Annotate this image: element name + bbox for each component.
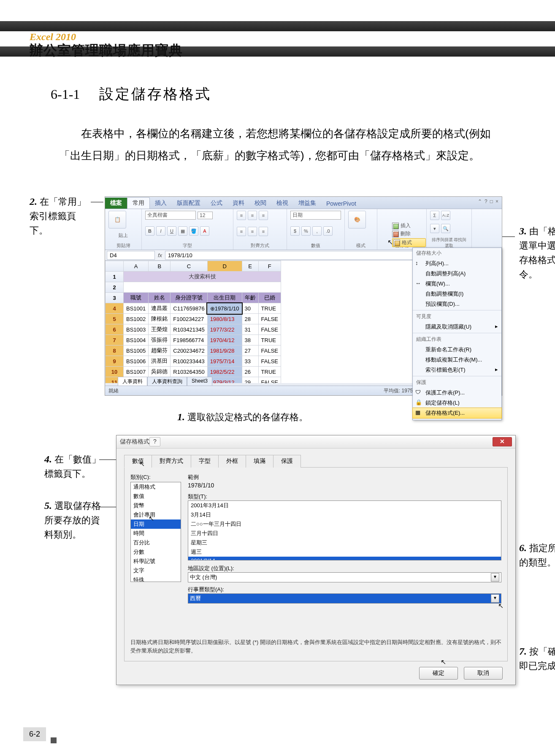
fill-icon[interactable]: ▾ <box>430 224 439 233</box>
list-item[interactable]: 分數 <box>131 547 181 557</box>
italic-button[interactable]: I <box>156 226 165 236</box>
chevron-down-icon[interactable]: ▼ <box>491 594 499 603</box>
font-color-button[interactable]: A <box>200 226 209 236</box>
list-item[interactable]: 二○○一年三月十四日 <box>188 519 501 529</box>
sheet-tab-2[interactable]: 人事資料查詢 <box>147 377 187 386</box>
dialog-help-icon[interactable]: ? <box>149 437 160 446</box>
border-button[interactable]: ▦ <box>178 226 187 236</box>
tab-insert[interactable]: 插入 <box>150 198 172 209</box>
tab-border[interactable]: 外框 <box>218 455 246 468</box>
list-item-selected-type[interactable]: 2001/3/14 <box>188 557 501 560</box>
menu-rename-sheet[interactable]: 重新命名工作表(R) <box>413 345 501 355</box>
sort-button[interactable]: A↓Z <box>441 211 450 220</box>
insert-button[interactable]: 插入 <box>392 222 426 229</box>
tab-fill[interactable]: 填滿 <box>246 455 273 468</box>
menu-tab-color[interactable]: 索引標籤色彩(T)▸ <box>413 365 501 375</box>
font-size-combo[interactable]: 12 <box>198 212 213 219</box>
list-item[interactable]: 週三 <box>188 547 501 557</box>
menu-cell-format[interactable]: ▦儲存格格式(E)... <box>412 408 502 419</box>
menu-autofit-col[interactable]: 自動調整欄寬(I) <box>413 289 501 299</box>
sum-icon[interactable]: Σ <box>430 211 439 220</box>
cancel-button[interactable]: 取消 <box>464 667 503 680</box>
sheet-tab-1[interactable]: 人事資料 <box>118 377 147 386</box>
dialog-titlebar[interactable]: 儲存格格式 ? ✕ <box>116 435 515 449</box>
col-A[interactable]: A <box>124 261 149 272</box>
underline-button[interactable]: U <box>167 226 176 236</box>
tab-data[interactable]: 資料 <box>227 198 249 209</box>
list-item[interactable]: 時間 <box>131 529 181 538</box>
delete-button[interactable]: 刪除 <box>392 230 426 237</box>
dialog-close-icon[interactable]: ✕ <box>493 437 512 446</box>
styles-button[interactable]: 🎨 <box>348 211 366 228</box>
align-br-icon[interactable]: ≡ <box>259 227 268 236</box>
list-item[interactable]: 百分比 <box>131 538 181 547</box>
align-tc-icon[interactable]: ≡ <box>248 211 257 220</box>
tab-addins[interactable]: 增益集 <box>293 198 321 209</box>
list-item[interactable]: 會計專用 <box>131 510 181 519</box>
menu-autofit-row[interactable]: 自動調整列高(A) <box>413 269 501 279</box>
format-button[interactable]: 格式 <box>392 238 426 247</box>
font-name-combo[interactable]: 全真楷書 <box>145 211 196 220</box>
menu-default-width[interactable]: 預設欄寬(D)... <box>413 299 501 309</box>
menu-row-height[interactable]: ↕列高(H)... <box>413 258 501 269</box>
help-icon[interactable]: ? <box>485 199 487 204</box>
inc-dec-icon[interactable]: .0 <box>323 226 333 236</box>
tab-file[interactable]: 檔案 <box>105 198 127 209</box>
type-listbox[interactable]: 2001年3月14日 3月14日 二○○一年三月十四日 三月十四日 星期三 週三… <box>188 500 501 560</box>
menu-lock-cell[interactable]: 🔒鎖定儲存格(L) <box>413 398 501 408</box>
menu-hide-unhide[interactable]: 隱藏及取消隱藏(U)▸ <box>413 322 501 332</box>
align-bc-icon[interactable]: ≡ <box>248 227 257 236</box>
chevron-down-icon[interactable]: ▼ <box>491 573 499 582</box>
find-button[interactable]: 🔍 <box>441 224 450 233</box>
list-item[interactable]: 貨幣 <box>131 501 181 510</box>
tab-formula[interactable]: 公式 <box>206 198 227 209</box>
tab-layout[interactable]: 版面配置 <box>172 198 206 209</box>
list-item[interactable]: 三月十四日 <box>188 529 501 538</box>
category-listbox[interactable]: 通用格式 數值 貨幣 會計專用 日期 時間 百分比 分數 科學記號 文字 特殊 … <box>130 482 181 582</box>
name-box[interactable]: D4 <box>107 251 155 260</box>
ribbon-min-icon[interactable]: ⌃ <box>478 199 482 204</box>
align-tl-icon[interactable]: ≡ <box>237 211 246 220</box>
tab-view[interactable]: 檢視 <box>271 198 293 209</box>
percent-icon[interactable]: % <box>301 226 311 236</box>
list-item[interactable]: 星期三 <box>188 538 501 547</box>
close-icon[interactable]: × <box>495 199 498 204</box>
menu-col-width[interactable]: ↔欄寬(W)... <box>413 279 501 289</box>
list-item[interactable]: 文字 <box>131 566 181 575</box>
select-all-icon[interactable] <box>106 261 124 272</box>
tab-alignment[interactable]: 對齊方式 <box>152 455 191 468</box>
menu-move-copy[interactable]: 移動或複製工作表(M)... <box>413 355 501 365</box>
tab-powerpivot[interactable]: PowerPivot <box>321 199 361 209</box>
calendar-combo[interactable]: 西曆▼ <box>188 593 501 604</box>
number-format-combo[interactable]: 日期 <box>290 211 341 220</box>
list-item[interactable]: 科學記號 <box>131 557 181 566</box>
list-item-date[interactable]: 日期 <box>131 519 181 529</box>
list-item[interactable]: 通用格式 <box>131 482 181 492</box>
list-item[interactable]: 數值 <box>131 492 181 501</box>
list-item[interactable]: 2001年3月14日 <box>188 501 501 510</box>
tab-protect[interactable]: 保護 <box>273 455 301 468</box>
tab-number[interactable]: 數值 <box>124 455 152 468</box>
bold-button[interactable]: B <box>145 226 154 236</box>
align-bl-icon[interactable]: ≡ <box>237 227 246 236</box>
comma-icon[interactable]: , <box>312 226 322 236</box>
col-F[interactable]: F <box>258 261 281 272</box>
list-item[interactable]: 特殊 <box>131 575 181 582</box>
col-E[interactable]: E <box>242 261 258 272</box>
paste-button[interactable]: 📋 <box>108 211 126 228</box>
align-tr-icon[interactable]: ≡ <box>259 211 268 220</box>
tab-home[interactable]: 常用 <box>127 197 150 209</box>
fx-icon[interactable]: fx <box>155 252 165 258</box>
sheet-tab-3[interactable]: Sheet3 <box>187 377 212 386</box>
currency-icon[interactable]: $ <box>290 226 300 236</box>
fill-color-button[interactable]: 🪣 <box>189 226 198 236</box>
tab-review[interactable]: 校閱 <box>249 198 271 209</box>
menu-protect-sheet[interactable]: 🛡保護工作表(P)... <box>413 388 501 398</box>
ok-button[interactable]: 確定 <box>419 667 458 680</box>
col-D[interactable]: D <box>207 261 242 272</box>
col-B[interactable]: B <box>149 261 171 272</box>
list-item[interactable]: 3月14日 <box>188 510 501 519</box>
restore-icon[interactable]: □ <box>490 199 493 204</box>
tab-font[interactable]: 字型 <box>191 455 219 468</box>
col-C[interactable]: C <box>171 261 207 272</box>
